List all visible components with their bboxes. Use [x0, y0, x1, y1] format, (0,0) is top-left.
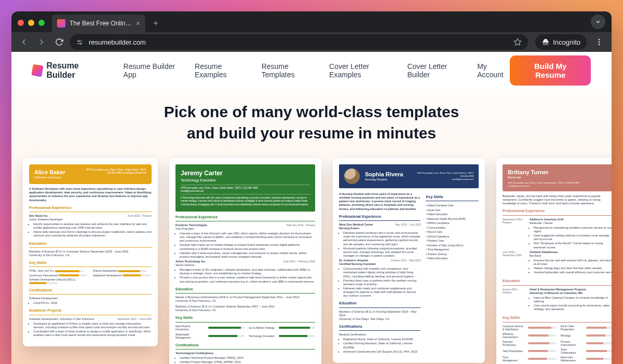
t3-summary: A Nursing Student with three years of ex…: [339, 192, 421, 211]
page-content: Resume Builder Resume Builder App Resume…: [11, 52, 612, 364]
maximize-window[interactable]: [38, 20, 45, 26]
svg-point-8: [599, 39, 600, 40]
svg-point-2: [78, 40, 79, 41]
incognito-icon: [541, 38, 550, 46]
t3-cert-2: Certified Nursing Assistant, State of Ca…: [343, 342, 421, 349]
incognito-label: Incognito: [553, 38, 580, 46]
t1-ap-b1: Developed an application in Python to en…: [33, 322, 152, 329]
close-window[interactable]: [18, 20, 24, 26]
avatar: [344, 169, 360, 184]
template-card-3[interactable]: Sophia RiveraNursing Student 4379 Sunnyd…: [333, 158, 485, 363]
t2-contact: 4759 Sunnydale Lane, Plano, Texas, Unite…: [181, 185, 310, 195]
t2-sec-ks: Key Skills: [175, 315, 315, 320]
build-resume-button[interactable]: Build My Resume: [510, 55, 591, 86]
t1-cert-2: CompTIA A+, 2022: [33, 301, 152, 305]
site-settings-icon[interactable]: [76, 38, 84, 46]
t1-sec-edu: Education: [29, 241, 152, 246]
url-text: resumebuilder.com: [89, 38, 508, 46]
t2-exp: Excelsior TechnologiesFebruary 2016 – Pr…: [175, 223, 315, 284]
brand-name: Resume Builder: [47, 61, 103, 80]
address-bar[interactable]: resumebuilder.com: [70, 34, 528, 50]
template-card-4[interactable]: Brittany Turner Bartender 4379 Sunnydale…: [496, 158, 612, 364]
browser-menu-icon[interactable]: [595, 38, 603, 46]
t1-contact: 4379 Sunnydale Lane, Plano, Texas, Unite…: [86, 169, 146, 175]
t4-sec-pe: Professional Experience: [503, 208, 612, 213]
t3-sec-cert: Certifications: [339, 324, 421, 329]
t1-pe-company: Dev Stack Inc.: [29, 214, 48, 218]
tab-title: The Best Free Online Resume: [70, 20, 132, 27]
t1-cert-1: Software Development: [29, 297, 152, 300]
t1-ap-org: Software Development, University of San …: [29, 317, 94, 321]
t3-skills: • Patient-Centered Care• Acute Care• Pat…: [426, 203, 479, 261]
t1-sec-ap: Academic Projects: [29, 308, 152, 313]
t4-edu: Hotel & Restaurant Management Program Un…: [530, 288, 612, 295]
nav-cover-letter-builder[interactable]: Cover Letter Builder: [407, 62, 464, 79]
t4-skills: Customer Service & SatisfactionDrink Ord…: [503, 325, 612, 364]
t3-cert-3: Advanced Cardiovascular Life Support (AC…: [343, 350, 421, 354]
t2-name: Jeremy Carter: [181, 170, 310, 178]
chevron-down-icon[interactable]: [591, 15, 605, 29]
site-header: Resume Builder Resume Builder App Resume…: [11, 52, 612, 89]
nav-my-account[interactable]: My Account: [477, 62, 510, 79]
svg-point-6: [546, 43, 548, 45]
reload-button[interactable]: [52, 35, 66, 49]
t2-cert-1: Certified Technical Product Manager, PMH…: [180, 356, 315, 360]
browser-tabstrip: The Best Free Online Resume × +: [11, 11, 612, 32]
browser-toolbar: resumebuilder.com Incognito: [11, 32, 612, 52]
t1-role: Software Developer: [34, 176, 65, 180]
svg-marker-4: [514, 38, 521, 45]
t4-edu-dates: August 2022 – Present: [503, 288, 527, 313]
t1-ap-dates: September 2021 – June 2022: [117, 317, 152, 321]
logo-icon: [31, 64, 43, 77]
t3-cert-h: Medical Certifications: [339, 333, 421, 337]
svg-point-10: [599, 44, 600, 45]
new-tab-button[interactable]: +: [148, 16, 163, 31]
t4-edu-b2: Core course topics include accounting fo…: [534, 304, 612, 311]
t2-edu-1: Master of Business Administration (M.B.A…: [175, 296, 315, 303]
t3-cert-1: Registered Nurse, State of California, L…: [343, 338, 421, 341]
forward-button: [34, 35, 49, 49]
t2-cert-2: Certified Product Manager (CPM), AIPMM, …: [180, 360, 315, 364]
browser-tab[interactable]: The Best Free Online Resume ×: [52, 15, 145, 32]
t1-sec-cert: Certifications: [29, 288, 152, 292]
template-card-1[interactable]: Alice BakerSoftware Developer 4379 Sunny…: [23, 158, 158, 346]
hero-heading: Pick one of many world-class templates a…: [11, 102, 612, 144]
t3-exp: West Sun Medical CenterMay 2023 – July 2…: [339, 223, 421, 298]
t2-edu-2: Bachelor of Science (B.S.) in Computer S…: [175, 305, 315, 312]
svg-point-9: [599, 41, 600, 43]
t4-summary: Bartender, server, and bar back with nea…: [503, 194, 612, 205]
main-nav: Resume Builder App Resume Examples Resum…: [124, 62, 510, 79]
t1-pe-title: Junior Software Developer: [29, 218, 152, 221]
nav-cover-letter-examples[interactable]: Cover Letter Examples: [329, 62, 394, 79]
back-button[interactable]: [17, 35, 31, 49]
nav-resume-templates[interactable]: Resume Templates: [262, 62, 316, 79]
minimize-window[interactable]: [28, 20, 34, 26]
t4-role: Bartender: [508, 176, 610, 180]
nav-resume-examples[interactable]: Resume Examples: [195, 62, 248, 79]
brand-logo[interactable]: Resume Builder: [32, 61, 103, 80]
t1-sec-pe: Professional Experience: [29, 205, 152, 210]
t1-pe-b2: Attend daily standups and Scrum meetings…: [33, 230, 152, 237]
t4-name: Brittany Turner: [508, 169, 610, 176]
t2-cert-h: Technological Certifications: [175, 352, 315, 355]
t3-sec-edu: Education: [339, 301, 421, 305]
t4-sec-edu: Education: [503, 278, 612, 283]
nav-resume-builder-app[interactable]: Resume Builder App: [124, 62, 181, 79]
t4-sec-ks: Key Skills: [503, 315, 612, 320]
t1-sec-ks: Key Skills: [29, 260, 152, 265]
template-card-2[interactable]: Jeremy Carter Technology Executive 4759 …: [169, 158, 321, 364]
t1-pe-b1: Identify opportunities to develop new fe…: [33, 222, 152, 230]
bookmark-star-icon[interactable]: [513, 38, 522, 46]
svg-point-5: [544, 43, 546, 45]
svg-point-3: [80, 43, 82, 44]
incognito-badge[interactable]: Incognito: [535, 34, 587, 50]
t1-skills: HTML, Java, and C++ Feature Development …: [29, 269, 152, 285]
window-controls: [18, 20, 45, 26]
t1-edu: Bachelor of Science (B.S.) in Computer S…: [29, 250, 152, 257]
t4-exp: September 2022 – Present Addison's Ameri…: [503, 218, 612, 276]
t2-skills: New Product IntroductionGo-to-Market Str…: [175, 325, 315, 340]
close-tab-icon[interactable]: ×: [136, 19, 140, 27]
t1-pe-dates: June 2022 – Present: [128, 214, 152, 218]
t1-summary: A Software Developer with entry-level ex…: [29, 187, 152, 202]
t2-summary: A Technology Executive with 18+ years of…: [181, 197, 310, 206]
